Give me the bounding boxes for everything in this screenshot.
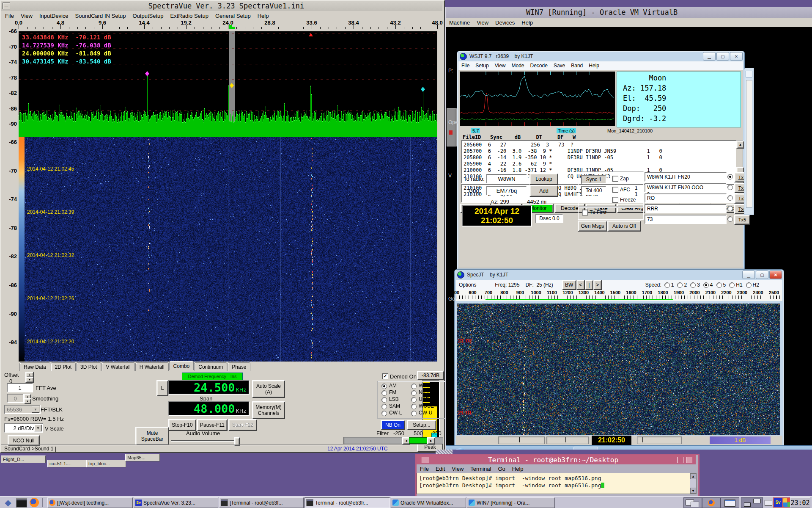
- pager-cell-1[interactable]: [683, 497, 702, 508]
- specjt-titlebar[interactable]: SpecJT by K1JT ▁ ▢ ✕: [455, 270, 784, 280]
- pause-button[interactable]: Pause-F11: [197, 419, 228, 431]
- mode-radio-nfm[interactable]: [411, 390, 417, 396]
- txfirst-checkbox[interactable]: [582, 210, 588, 215]
- bw-button[interactable]: BW: [562, 280, 576, 290]
- specjt-maximize-button[interactable]: ▢: [756, 271, 768, 279]
- wsjt-menu-view[interactable]: View: [492, 62, 509, 69]
- tab-combo[interactable]: Combo: [169, 361, 194, 370]
- tol-box[interactable]: Tol 400: [581, 186, 606, 195]
- add-button[interactable]: Add: [529, 185, 558, 197]
- tx-message-5[interactable]: 73: [645, 215, 727, 224]
- scroll-down-icon[interactable]: ▼: [690, 488, 696, 494]
- nav-right-button[interactable]: >: [593, 280, 602, 290]
- chevron-down-icon[interactable]: ▼: [34, 425, 42, 431]
- terminal-launcher-icon[interactable]: [16, 498, 27, 508]
- start-button[interactable]: [452, 448, 469, 450]
- terminal-menu-go[interactable]: Go: [494, 465, 508, 473]
- spin-down-icon[interactable]: ▼: [24, 398, 31, 404]
- window-menu-icon[interactable]: —: [3, 3, 10, 9]
- auto-scale-button[interactable]: Auto Scale(A): [252, 380, 285, 398]
- terminal-menu-file[interactable]: File: [417, 465, 432, 473]
- tab-h-waterfall[interactable]: H Waterfall: [135, 362, 169, 371]
- speed-option-h1[interactable]: H1: [729, 282, 742, 288]
- wsjt-titlebar[interactable]: WSJT 9.7 r3639 by K1JT ▁ ▢ ✕: [457, 51, 744, 61]
- tab-v-waterfall[interactable]: V Waterfall: [102, 362, 134, 371]
- vscale-combo[interactable]: 2 dB/Div▼: [4, 423, 43, 433]
- menu-item-file[interactable]: File: [2, 12, 17, 20]
- vbox-menu-view[interactable]: View: [473, 19, 492, 27]
- vbox-menu-machine[interactable]: Machine: [446, 19, 473, 27]
- tab-continuum[interactable]: Continuum: [194, 362, 227, 371]
- mode-radio-cw-u[interactable]: [411, 411, 417, 416]
- mode-radio-wfm[interactable]: [411, 384, 417, 389]
- tx-message-3[interactable]: RO: [645, 193, 727, 203]
- task-button-oracle-vm-virtualbox[interactable]: Oracle VM VirtualBox...: [391, 497, 466, 508]
- filter-scroll-thumb[interactable]: [409, 437, 428, 444]
- scroll-up-icon[interactable]: ▲: [736, 141, 744, 149]
- to-radio-field[interactable]: W8WN: [486, 174, 527, 183]
- mini-pager[interactable]: [741, 497, 763, 508]
- speed-radio-2[interactable]: [677, 282, 683, 288]
- speed-radio-3[interactable]: [690, 282, 696, 288]
- tab-2d-plot[interactable]: 2D Plot: [51, 362, 76, 371]
- terminal-menu-edit[interactable]: Edit: [432, 465, 448, 473]
- menu-item-soundcard-in-setup[interactable]: SoundCard IN Setup: [72, 12, 129, 20]
- slider-thumb[interactable]: [565, 437, 566, 442]
- specjt-db-gain[interactable]: 1 dB: [710, 436, 771, 444]
- nav-left-button[interactable]: <: [576, 280, 585, 290]
- speed-option-4[interactable]: 4: [703, 282, 713, 288]
- scroll-right-icon[interactable]: ►: [427, 437, 435, 444]
- firefox-launcher-icon[interactable]: [30, 498, 39, 507]
- menu-item-outputsetup[interactable]: OutputSetup: [129, 12, 167, 20]
- speed-radio-h1[interactable]: [729, 282, 735, 288]
- menu-item-view[interactable]: View: [17, 12, 36, 20]
- tx-message-2[interactable]: W8WN K1JT FN20 OOO: [645, 183, 727, 192]
- tx-button-5[interactable]: Tx5: [734, 215, 750, 225]
- tab-phase[interactable]: Phase: [228, 362, 250, 371]
- virtualbox-titlebar[interactable]: WIN7 [Running] - Oracle VM VirtualB: [446, 7, 812, 18]
- wsjt-menu-save[interactable]: Save: [551, 62, 568, 69]
- fft-ave-input[interactable]: 1: [7, 383, 33, 392]
- iconified-window-icon[interactable]: [765, 500, 772, 506]
- tx-radio-1[interactable]: [727, 174, 733, 179]
- pager-cell-2[interactable]: [702, 497, 721, 508]
- wsjt-menu-setup[interactable]: Setup: [472, 62, 491, 69]
- wsjt-taskbar-button[interactable]: [573, 447, 598, 450]
- auto-button[interactable]: Auto is Off: [607, 221, 641, 232]
- tx-message-1[interactable]: W8WN K1JT FN20: [645, 172, 727, 182]
- mode-radio-sam[interactable]: [381, 404, 387, 409]
- terminal-maximize-icon[interactable]: [686, 457, 692, 463]
- filter-scrollbar[interactable]: ◄►: [343, 437, 443, 444]
- vbox-menu-devices[interactable]: Devices: [492, 19, 518, 27]
- specjt-options-menu[interactable]: Options: [456, 281, 479, 289]
- specjt-slider-2[interactable]: [546, 436, 589, 444]
- pager-cell-3[interactable]: [721, 497, 739, 508]
- menu-item-extradio-setup[interactable]: ExtRadio Setup: [167, 12, 212, 20]
- wsjt-minimize-button[interactable]: ▁: [703, 52, 716, 61]
- slider-thumb[interactable]: [642, 437, 643, 442]
- terminal-content[interactable]: [root@eb3frn Desktop]# import -window ro…: [417, 473, 691, 494]
- speed-option-1[interactable]: 1: [664, 282, 674, 288]
- mode-radio-lsb[interactable]: [381, 397, 387, 403]
- task-button-win7-running-ora[interactable]: WIN7 [Running] - Ora...: [467, 497, 555, 508]
- wsjt-menu-help[interactable]: Help: [586, 62, 602, 69]
- freeze-checkbox[interactable]: [612, 197, 618, 203]
- afc-checkbox[interactable]: [612, 187, 618, 193]
- nav-center-button[interactable]: |: [585, 280, 593, 290]
- mode-radio-usb[interactable]: [411, 397, 417, 403]
- stop-button[interactable]: Stop-F10: [168, 419, 196, 431]
- terminal-scrollbar[interactable]: ▲ ▼: [690, 473, 697, 494]
- terminal-menu-view[interactable]: View: [448, 465, 467, 473]
- speed-option-2[interactable]: 2: [677, 282, 687, 288]
- speed-option-3[interactable]: 3: [690, 282, 700, 288]
- ie-icon[interactable]: e: [474, 449, 489, 450]
- terminal-menu-help[interactable]: Help: [509, 465, 527, 473]
- terminal-menu-terminal[interactable]: Terminal: [467, 465, 494, 473]
- start-button[interactable]: Start-F12: [228, 419, 257, 431]
- wsjt-menu-decode[interactable]: Decode: [527, 62, 551, 69]
- wsjt-maximize-button[interactable]: ▢: [716, 52, 729, 61]
- chevron-down-icon[interactable]: ▼: [32, 406, 39, 413]
- terminal-menu-icon[interactable]: [422, 457, 429, 463]
- mode-radio-am[interactable]: [381, 384, 387, 389]
- specjt-waterfall[interactable]: [457, 304, 780, 435]
